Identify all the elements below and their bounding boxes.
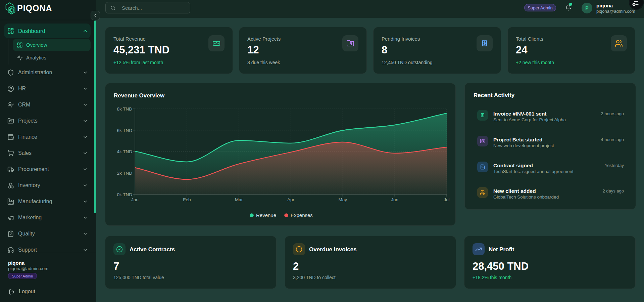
svg-text:Expenses: Expenses: [291, 212, 313, 218]
svg-text:8k TND: 8k TND: [117, 106, 132, 112]
svg-text:Feb: Feb: [183, 197, 191, 202]
svg-text:6k TND: 6k TND: [117, 128, 132, 133]
svg-text:Mar: Mar: [235, 197, 243, 202]
svg-text:4k TND: 4k TND: [117, 149, 132, 154]
svg-text:Jul: Jul: [444, 197, 449, 202]
svg-text:Jun: Jun: [391, 197, 398, 202]
svg-text:Revenue: Revenue: [256, 212, 276, 218]
svg-text:Jan: Jan: [131, 197, 139, 202]
svg-text:2k TND: 2k TND: [117, 171, 132, 176]
svg-text:0k TND: 0k TND: [117, 192, 132, 197]
svg-text:Apr: Apr: [287, 197, 295, 202]
svg-text:May: May: [339, 197, 347, 202]
